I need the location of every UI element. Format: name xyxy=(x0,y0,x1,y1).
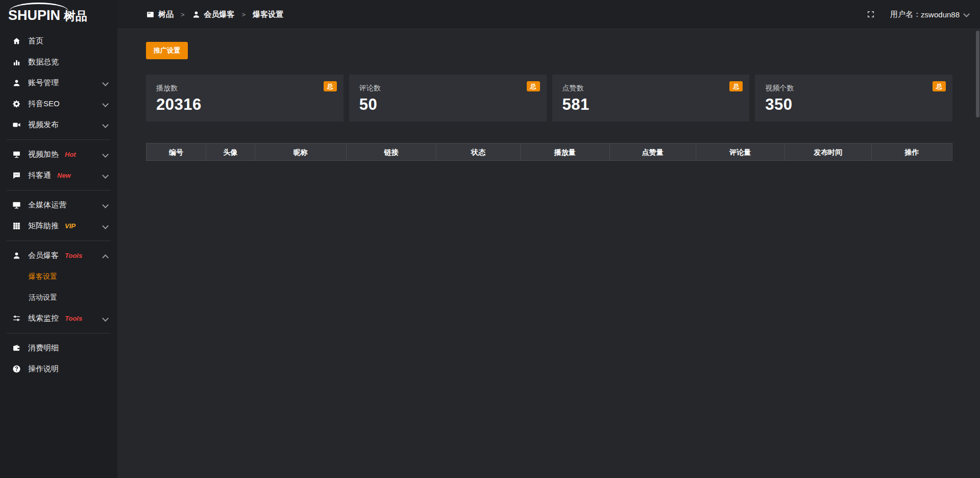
sidebar-divider xyxy=(7,190,111,190)
fullscreen-icon[interactable] xyxy=(867,10,875,18)
table-header: 编号 头像 昵称 链接 状态 播放量 点赞量 评论量 发布时间 操作 xyxy=(146,144,952,161)
sidebar-item-matrix-boost[interactable]: 矩阵助推VIP xyxy=(0,216,117,236)
sidebar-item-label: 视频加热 xyxy=(28,150,59,159)
app-root: SHUPIN 树品 首页数据总览账号管理抖音SEO视频发布视频加热Hot抖客通N… xyxy=(0,0,980,478)
sidebar-divider xyxy=(7,333,111,333)
scrollbar[interactable] xyxy=(976,31,979,117)
sidebar-item-label: 视频发布 xyxy=(28,120,59,130)
main-area: 树品>会员爆客>爆客设置 用户名： zswodun88 推广设置 播放数 总 2… xyxy=(117,0,980,478)
sidebar-item-douyin-seo[interactable]: 抖音SEO xyxy=(0,93,117,114)
chevron-down-icon xyxy=(103,152,108,157)
sidebar-item-account-management[interactable]: 账号管理 xyxy=(0,73,117,93)
promo-settings-button[interactable]: 推广设置 xyxy=(146,42,188,59)
sidebar-item-baoke-settings[interactable]: 爆客设置 xyxy=(0,266,117,287)
sidebar-item-media-operation[interactable]: 全媒体运营 xyxy=(0,195,117,216)
screen-icon xyxy=(11,150,21,159)
sidebar-item-douketong[interactable]: 抖客通New xyxy=(0,165,117,186)
sidebar-nav: 首页数据总览账号管理抖音SEO视频发布视频加热Hot抖客通New全媒体运营矩阵助… xyxy=(0,27,117,379)
sidebar-item-label: 抖音SEO xyxy=(28,99,60,109)
breadcrumb-separator: > xyxy=(242,11,246,18)
home-icon xyxy=(11,37,21,45)
app-logo: SHUPIN 树品 xyxy=(0,0,117,27)
bar-chart-icon xyxy=(11,58,21,66)
member-icon xyxy=(11,251,21,260)
stat-label: 点赞数 xyxy=(562,84,584,92)
sidebar-item-activity-settings[interactable]: 活动设置 xyxy=(0,287,117,308)
sidebar-divider xyxy=(7,139,111,140)
stat-value: 581 xyxy=(562,95,740,114)
col-header-time: 发布时间 xyxy=(785,144,872,161)
chevron-up-icon xyxy=(103,253,108,258)
sidebar-item-label: 活动设置 xyxy=(29,293,57,302)
stat-total-badge: 总 xyxy=(933,81,946,91)
app-icon xyxy=(146,10,155,19)
stat-card-comments: 评论数 总 50 xyxy=(349,75,547,122)
sidebar-item-label: 爆客设置 xyxy=(29,272,57,281)
stat-value: 50 xyxy=(359,95,536,114)
col-header-actions: 操作 xyxy=(872,144,952,161)
stat-value: 350 xyxy=(765,95,942,114)
stat-card-likes: 点赞数 总 581 xyxy=(552,75,750,122)
sidebar-item-label: 账号管理 xyxy=(28,78,59,88)
sidebar-item-label: 线索监控 xyxy=(28,314,59,323)
stat-label: 视频个数 xyxy=(765,84,794,92)
chevron-down-icon xyxy=(103,173,108,178)
stat-card-videos: 视频个数 总 350 xyxy=(755,75,952,122)
sidebar-item-data-overview[interactable]: 数据总览 xyxy=(0,52,117,73)
data-table: 编号 头像 昵称 链接 状态 播放量 点赞量 评论量 发布时间 操作 xyxy=(146,143,952,161)
chevron-down-icon xyxy=(103,203,108,208)
member-icon xyxy=(192,10,201,19)
sidebar-item-member-baoke[interactable]: 会员爆客Tools xyxy=(0,245,117,266)
chevron-down-icon xyxy=(964,12,970,17)
sidebar-item-video-publish[interactable]: 视频发布 xyxy=(0,114,117,135)
sidebar-item-clue-monitor[interactable]: 线索监控Tools xyxy=(0,308,117,329)
chevron-down-icon xyxy=(103,123,108,128)
stat-value: 20316 xyxy=(156,95,333,114)
chevron-down-icon xyxy=(103,81,108,86)
sidebar-divider xyxy=(7,241,111,241)
sidebar-item-label: 操作说明 xyxy=(28,364,59,374)
username: zswodun88 xyxy=(921,10,960,19)
sidebar: SHUPIN 树品 首页数据总览账号管理抖音SEO视频发布视频加热Hot抖客通N… xyxy=(0,0,117,478)
breadcrumb-item[interactable]: 爆客设置 xyxy=(253,10,283,19)
sidebar-item-tag: Tools xyxy=(65,315,82,322)
stat-card-plays: 播放数 总 20316 xyxy=(146,75,344,122)
col-header-comments: 评论量 xyxy=(696,144,785,161)
breadcrumb-separator: > xyxy=(181,11,185,18)
sidebar-item-tag: Tools xyxy=(65,252,82,259)
breadcrumb-item[interactable]: 会员爆客 xyxy=(192,10,235,19)
sliders-icon xyxy=(11,314,21,323)
sidebar-item-tag: New xyxy=(57,172,71,179)
col-header-plays: 播放量 xyxy=(521,144,610,161)
sidebar-item-label: 数据总览 xyxy=(28,57,59,67)
sidebar-item-home[interactable]: 首页 xyxy=(0,31,117,52)
chevron-down-icon xyxy=(103,102,108,107)
sidebar-item-consumption-details[interactable]: 消费明细 xyxy=(0,338,117,358)
sidebar-item-label: 会员爆客 xyxy=(28,251,59,260)
chevron-down-icon xyxy=(103,224,108,229)
sidebar-item-operation-guide[interactable]: 操作说明 xyxy=(0,358,117,379)
logo-arc xyxy=(9,3,68,11)
user-menu[interactable]: 用户名： zswodun88 xyxy=(890,10,970,19)
breadcrumb-label: 树品 xyxy=(158,10,174,19)
question-icon xyxy=(11,365,21,373)
stat-total-badge: 总 xyxy=(729,81,743,91)
grid-icon xyxy=(11,222,21,230)
sidebar-item-tag: VIP xyxy=(65,222,76,230)
wallet-icon xyxy=(11,344,21,352)
breadcrumb-item[interactable]: 树品 xyxy=(146,10,174,19)
sidebar-item-video-heat[interactable]: 视频加热Hot xyxy=(0,144,117,165)
gear-icon xyxy=(11,100,21,108)
video-icon xyxy=(11,121,21,129)
monitor-icon xyxy=(11,201,21,209)
sidebar-item-label: 全媒体运营 xyxy=(28,200,66,210)
col-header-likes: 点赞量 xyxy=(610,144,696,161)
user-icon xyxy=(11,79,21,87)
stat-total-badge: 总 xyxy=(527,81,540,91)
col-header-nickname: 昵称 xyxy=(255,144,346,161)
col-header-link: 链接 xyxy=(347,144,437,161)
content-area: 推广设置 播放数 总 20316 评论数 总 50 点赞数 总 581 xyxy=(117,29,980,478)
sidebar-item-label: 矩阵助推 xyxy=(28,221,59,231)
breadcrumb-label: 会员爆客 xyxy=(204,10,235,19)
stat-label: 评论数 xyxy=(359,84,381,92)
